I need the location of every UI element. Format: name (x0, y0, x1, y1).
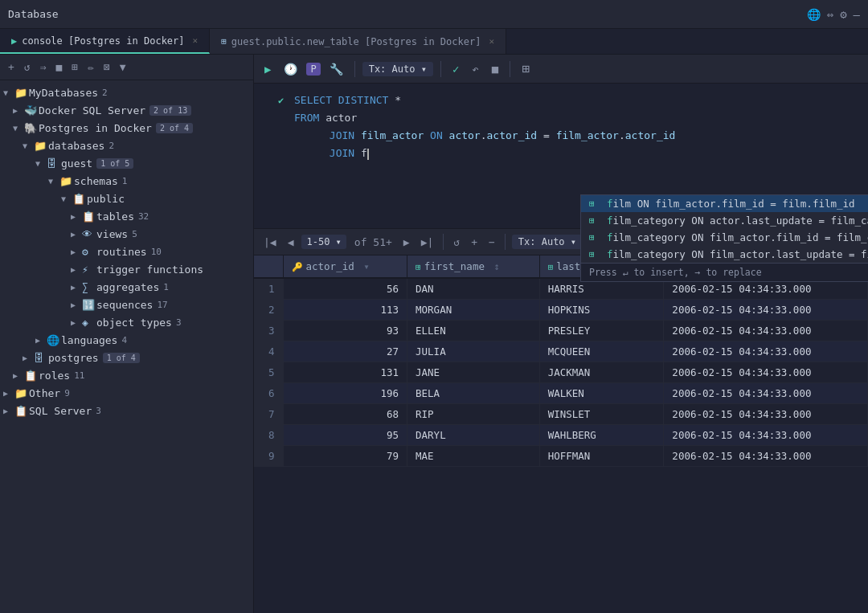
ac-table-icon: ⊞ (589, 198, 602, 209)
delete-btn[interactable]: ⊠ (100, 59, 113, 75)
col-header-first-name[interactable]: ⊞first_name ↕ (407, 255, 540, 278)
tree-item-object-types[interactable]: ▶ ◈ object types 3 (0, 313, 253, 331)
last-page-button[interactable]: ▶| (418, 235, 437, 250)
rollback-button[interactable]: ↶ (468, 61, 482, 77)
tree-item-sql-server[interactable]: ▶ 📋 SQL Server 3 (0, 402, 253, 419)
tree-item-postgres[interactable]: ▶ 🗄 postgres 1 of 4 (0, 349, 253, 366)
tree-item-routines[interactable]: ▶ ⚙ routines 10 (0, 243, 253, 260)
tree-item-views[interactable]: ▶ 👁 views 5 (0, 225, 253, 243)
split-icon[interactable]: ⇔ (827, 8, 833, 21)
cell-last-name: WINSLET (539, 404, 664, 425)
folder-icon: 📁 (34, 140, 47, 152)
tree-item-sequences[interactable]: ▶ 🔢 sequences 17 (0, 296, 253, 313)
tree-item-guest[interactable]: ▼ 🗄 guest 1 of 5 (0, 154, 253, 172)
chevron-icon: ▶ (35, 336, 47, 345)
tree-item-docker-sql[interactable]: ▶ 🐳 Docker SQL Server 2 of 13 (0, 101, 253, 119)
tree-item-roles[interactable]: ▶ 📋 roles 11 (0, 366, 253, 384)
tab-new-table[interactable]: ⊞ guest.public.new_table [Postgres in Do… (210, 29, 506, 54)
settings-icon[interactable]: ⚙ (840, 8, 846, 21)
chevron-icon: ▶ (71, 265, 82, 274)
tree-label: roles (39, 370, 70, 382)
routine-icon: ⚙ (82, 246, 95, 258)
console-tab-close[interactable]: ✕ (193, 35, 199, 46)
table-row[interactable]: 8 95 DARYL WAHLBERG 2006-02-15 04:34:33.… (254, 425, 868, 446)
tree-item-languages[interactable]: ▶ 🌐 languages 4 (0, 331, 253, 349)
tree-item-mydatabases[interactable]: ▼ 📁 MyDatabases 2 (0, 84, 253, 101)
line-content: SELECT DISTINCT * (294, 92, 858, 109)
ac-item-1[interactable]: ⊞ film ON film_actor.film_id = film.film… (581, 195, 868, 212)
tree-badge: 1 (163, 282, 169, 292)
tree-item-aggregates[interactable]: ▶ ∑ aggregates 1 (0, 278, 253, 296)
minimize-icon[interactable]: — (854, 8, 860, 21)
history-button[interactable]: 🕐 (280, 61, 301, 77)
format-button[interactable]: ⊞ (518, 59, 534, 78)
filter2-btn[interactable]: ▼ (117, 59, 129, 75)
table-row[interactable]: 5 131 JANE JACKMAN 2006-02-15 04:34:33.0… (254, 362, 868, 383)
tab-console[interactable]: ▶ console [Postgres in Docker] ✕ (0, 29, 210, 54)
tree-label: guest (61, 157, 92, 170)
cell-last-update: 2006-02-15 04:34:33.000 (664, 300, 868, 321)
identifier: film_actor (361, 129, 424, 141)
explain-button[interactable]: P (306, 63, 320, 76)
tree-label: Other (29, 387, 60, 399)
tx-auto-button[interactable]: Tx: Auto ▾ (362, 62, 433, 76)
ac-item-2[interactable]: ⊞ film_category ON actor.last_update = f… (581, 212, 868, 229)
globe-icon[interactable]: 🌐 (807, 8, 821, 21)
ac-item-3[interactable]: ⊞ film_category ON film_actor.film_id = … (581, 229, 868, 246)
stop-button[interactable]: ■ (488, 61, 502, 77)
table-row[interactable]: 7 68 RIP WINSLET 2006-02-15 04:34:33.000 (254, 404, 868, 425)
tree-item-tables[interactable]: ▶ 📋 tables 32 (0, 207, 253, 225)
table-row[interactable]: 2 113 MORGAN HOPKINS 2006-02-15 04:34:33… (254, 300, 868, 321)
run-button[interactable]: ▶ (260, 61, 275, 77)
table-row[interactable]: 4 27 JULIA MCQUEEN 2006-02-15 04:34:33.0… (254, 341, 868, 362)
refresh-button[interactable]: ↺ (450, 235, 463, 250)
delete-row-button[interactable]: − (485, 235, 498, 250)
add-row-button[interactable]: + (468, 235, 481, 250)
tree-badge: 5 (132, 229, 137, 239)
chevron-icon: ▶ (71, 247, 82, 256)
sql-editor[interactable]: ✔ SELECT DISTINCT * FROM actor (254, 84, 868, 228)
tree-item-databases[interactable]: ▼ 📁 databases 2 (0, 137, 253, 154)
table-row[interactable]: 9 79 MAE HOFFMAN 2006-02-15 04:34:33.000 (254, 446, 868, 467)
code: f (361, 147, 367, 159)
tree-item-trigger-functions[interactable]: ▶ ⚡ trigger functions (0, 260, 253, 278)
tree-item-schemas[interactable]: ▼ 📁 schemas 1 (0, 172, 253, 190)
cell-first-name: JULIA (407, 341, 540, 362)
tree-badge-box: 1 of 5 (96, 158, 133, 169)
stop-btn[interactable]: ■ (52, 59, 65, 75)
table-row[interactable]: 6 196 BELA WALKEN 2006-02-15 04:34:33.00… (254, 383, 868, 404)
ac-item-4[interactable]: ⊞ film_category ON film_actor.last_updat… (581, 246, 868, 263)
row-num: 8 (254, 425, 283, 446)
prev-page-button[interactable]: ◀ (285, 235, 297, 250)
sql-line-3: JOIN film_actor ON actor.actor_id = film… (254, 127, 868, 145)
filter-btn[interactable]: ⇒ (37, 59, 50, 75)
tree-item-postgres-docker[interactable]: ▼ 🐘 Postgres in Docker 2 of 4 (0, 119, 253, 137)
config-button[interactable]: 🔧 (326, 61, 347, 77)
keyword: ON (430, 129, 448, 141)
next-page-button[interactable]: ▶ (400, 235, 413, 250)
table-tab-close[interactable]: ✕ (489, 36, 494, 47)
chevron-icon: ▶ (13, 106, 24, 115)
cell-last-update: 2006-02-15 04:34:33.000 (664, 341, 868, 362)
results-tx-button[interactable]: Tx: Auto ▾ (512, 235, 583, 249)
col-header-actor-id[interactable]: 🔑actor_id ▾ (283, 255, 407, 278)
trigger-icon: ⚡ (82, 264, 95, 276)
table-icon: 📋 (82, 210, 95, 223)
first-page-button[interactable]: |◀ (260, 235, 280, 250)
add-btn[interactable]: + (5, 59, 18, 75)
ac-table-icon: ⊞ (589, 215, 602, 226)
cell-last-name: WAHLBERG (539, 425, 664, 446)
page-range-input[interactable]: 1-50 ▾ (301, 235, 346, 249)
refresh-btn[interactable]: ↺ (21, 59, 34, 75)
table-row[interactable]: 3 93 ELLEN PRESLEY 2006-02-15 04:34:33.0… (254, 321, 868, 341)
tree-item-public[interactable]: ▼ 📋 public (0, 190, 253, 207)
tree-item-other[interactable]: ▶ 📁 Other 9 (0, 384, 253, 402)
commit-button[interactable]: ✓ (448, 61, 463, 77)
row-num: 5 (254, 362, 283, 383)
edit-btn[interactable]: ✏ (84, 59, 97, 75)
chevron-icon: ▼ (3, 88, 14, 97)
tree-badge: 2 (102, 88, 108, 98)
sqlserver-icon: 📋 (14, 405, 27, 417)
ac-match: f (607, 231, 613, 243)
grid-btn[interactable]: ⊞ (68, 59, 81, 75)
